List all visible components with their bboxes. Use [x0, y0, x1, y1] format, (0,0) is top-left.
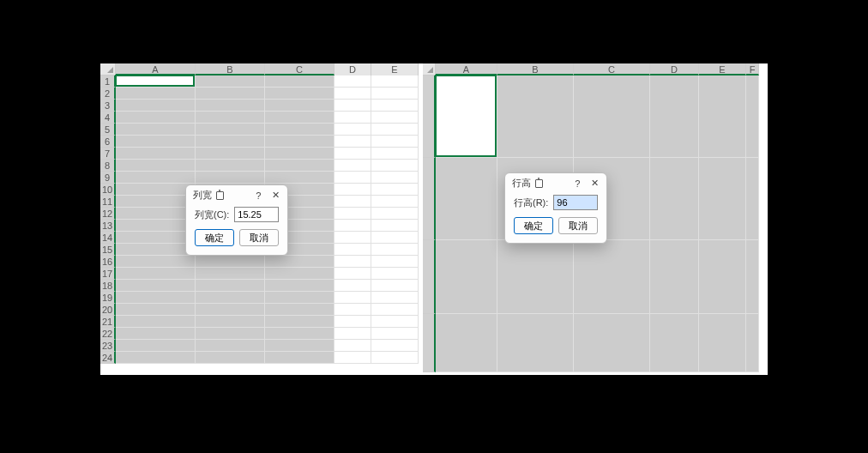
cell[interactable] [335, 304, 371, 316]
row-header[interactable]: 6 [100, 136, 116, 148]
cell[interactable] [196, 112, 265, 124]
cell[interactable] [196, 136, 265, 148]
row-header[interactable]: 23 [100, 340, 116, 352]
row-header[interactable]: 21 [100, 316, 116, 328]
cell[interactable] [497, 76, 574, 158]
cell[interactable] [196, 280, 265, 292]
cell[interactable] [335, 148, 371, 160]
select-all-corner[interactable] [423, 63, 436, 76]
cell[interactable] [335, 280, 371, 292]
active-cell[interactable] [435, 75, 497, 157]
row-header[interactable]: 24 [100, 352, 116, 364]
cell[interactable] [265, 340, 335, 352]
cell[interactable] [116, 232, 196, 244]
cell[interactable] [371, 184, 419, 196]
cancel-button[interactable]: 取消 [239, 229, 279, 246]
cell[interactable] [650, 76, 699, 158]
cell[interactable] [699, 240, 746, 314]
cell[interactable] [196, 124, 265, 136]
row-header[interactable]: 16 [100, 256, 116, 268]
close-icon[interactable]: ✕ [588, 178, 601, 189]
cell[interactable] [371, 100, 419, 112]
cell[interactable] [265, 256, 335, 268]
cell[interactable] [371, 88, 419, 100]
cell[interactable] [196, 100, 265, 112]
cell[interactable] [371, 160, 419, 172]
cell[interactable] [574, 314, 650, 372]
cell[interactable] [335, 172, 371, 184]
cell[interactable] [116, 196, 196, 208]
cell[interactable] [371, 256, 419, 268]
column-header[interactable]: A [116, 63, 196, 76]
cell[interactable] [335, 244, 371, 256]
row-header[interactable]: 12 [100, 208, 116, 220]
cell[interactable] [371, 76, 419, 88]
row-header[interactable]: 10 [100, 184, 116, 196]
cell[interactable] [265, 328, 335, 340]
cell[interactable] [265, 352, 335, 364]
cell[interactable] [371, 136, 419, 148]
cell[interactable] [699, 158, 746, 240]
cell[interactable] [371, 352, 419, 364]
column-header[interactable]: E [371, 63, 419, 76]
cell[interactable] [196, 268, 265, 280]
cell[interactable] [116, 316, 196, 328]
cell[interactable] [335, 76, 371, 88]
cell[interactable] [335, 88, 371, 100]
cell[interactable] [497, 314, 574, 372]
ok-button[interactable]: 确定 [514, 217, 553, 234]
cell[interactable] [265, 160, 335, 172]
cell[interactable] [116, 88, 196, 100]
cell[interactable] [116, 340, 196, 352]
cell[interactable] [116, 352, 196, 364]
cell[interactable] [335, 160, 371, 172]
active-cell[interactable] [115, 75, 195, 87]
select-all-corner[interactable] [100, 63, 116, 76]
cell[interactable] [371, 172, 419, 184]
cell[interactable] [116, 184, 196, 196]
cell[interactable] [116, 124, 196, 136]
cell[interactable] [335, 256, 371, 268]
row-header[interactable]: 9 [100, 172, 116, 184]
cell[interactable] [265, 148, 335, 160]
cell[interactable] [371, 244, 419, 256]
row-header[interactable]: 18 [100, 280, 116, 292]
cell[interactable] [335, 124, 371, 136]
cell[interactable] [265, 124, 335, 136]
row-header[interactable] [423, 314, 436, 372]
cell[interactable] [265, 136, 335, 148]
close-icon[interactable]: ✕ [268, 190, 282, 201]
cell[interactable] [335, 328, 371, 340]
column-header[interactable]: A [436, 63, 497, 76]
cell[interactable] [371, 124, 419, 136]
row-header[interactable] [423, 240, 436, 314]
row-height-input[interactable] [553, 195, 598, 210]
cell[interactable] [371, 316, 419, 328]
cell[interactable] [371, 148, 419, 160]
cell[interactable] [371, 304, 419, 316]
cell[interactable] [746, 158, 759, 240]
column-header[interactable]: D [650, 63, 699, 76]
cell[interactable] [196, 292, 265, 304]
cell[interactable] [574, 240, 650, 314]
cell[interactable] [265, 280, 335, 292]
column-header[interactable]: F [746, 63, 759, 76]
cell[interactable] [650, 158, 699, 240]
cell[interactable] [335, 340, 371, 352]
cell[interactable] [116, 328, 196, 340]
cell[interactable] [116, 292, 196, 304]
cell[interactable] [116, 220, 196, 232]
cell[interactable] [116, 256, 196, 268]
cell[interactable] [497, 240, 574, 314]
cell[interactable] [116, 148, 196, 160]
cell[interactable] [335, 316, 371, 328]
cell[interactable] [371, 232, 419, 244]
row-header[interactable]: 14 [100, 232, 116, 244]
help-icon[interactable]: ? [570, 178, 584, 189]
cell[interactable] [436, 158, 497, 240]
cell[interactable] [371, 328, 419, 340]
cell[interactable] [116, 268, 196, 280]
cell[interactable] [196, 172, 265, 184]
cell[interactable] [371, 208, 419, 220]
cell[interactable] [335, 292, 371, 304]
